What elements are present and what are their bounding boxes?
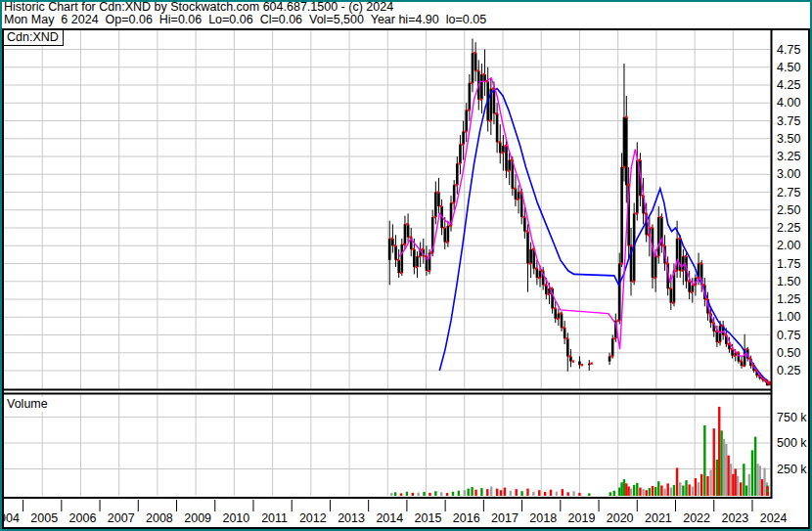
candle-body (508, 160, 511, 171)
candle-body (472, 53, 474, 83)
year-tick-label: 2004 (2, 511, 23, 525)
close-dot (691, 291, 693, 293)
close-dot (699, 262, 701, 264)
volume-bar (400, 493, 402, 496)
volume-bar (666, 483, 668, 496)
close-dot (628, 184, 630, 186)
volume-bar (618, 488, 620, 496)
volume-bar (620, 482, 622, 496)
close-dot (400, 272, 402, 274)
close-dot (651, 227, 653, 229)
price-tick-label: 4.50 (777, 61, 800, 74)
price-tick-label: 0.75 (777, 329, 800, 342)
close-dot (755, 370, 757, 372)
candle-body (566, 338, 569, 356)
candle-body (462, 131, 465, 144)
year-tick-label: 2014 (373, 511, 406, 525)
close-dot (551, 288, 553, 289)
close-dot (694, 284, 696, 286)
year-tick-label: 2023 (718, 511, 751, 525)
close-dot (728, 343, 730, 345)
price-tick-label: 1.50 (777, 275, 800, 288)
candle-body (657, 217, 660, 256)
close-dot (440, 205, 442, 207)
volume-bar (609, 492, 611, 496)
volume-bar (642, 489, 644, 496)
close-dot (645, 212, 647, 214)
volume-bar (673, 485, 675, 496)
price-tick-label: 2.25 (777, 221, 800, 235)
volume-bar (464, 490, 466, 496)
candle-body (469, 83, 472, 111)
close-dot (394, 244, 396, 246)
volume-bar (725, 444, 727, 496)
year-tick-label: 2009 (181, 511, 214, 525)
close-dot (656, 255, 658, 257)
close-dot (632, 281, 634, 283)
volume-bar (532, 492, 534, 496)
close-dot (718, 341, 720, 343)
volume-bar (394, 492, 396, 496)
candle-body (437, 193, 440, 207)
volume-bar (630, 489, 632, 496)
volume-bar (652, 486, 654, 496)
volume-bar (660, 485, 662, 496)
volume-bar (636, 483, 638, 496)
volume-bar (625, 483, 627, 496)
close-dot (428, 270, 429, 272)
volume-bar (695, 478, 697, 496)
candle-body (459, 145, 462, 164)
price-tick-label: 3.25 (777, 150, 800, 163)
close-dot (663, 244, 665, 246)
candle-body (413, 249, 416, 267)
close-dot (532, 248, 534, 250)
close-dot (724, 333, 726, 335)
volume-bar (406, 492, 408, 496)
volume-bar (713, 428, 715, 496)
close-dot (522, 216, 524, 218)
year-tick-label: 2017 (488, 511, 521, 525)
price-tick-label: 4.00 (777, 96, 800, 110)
close-dot (422, 248, 424, 250)
year-tick-label: 2005 (27, 511, 61, 525)
year-tick-label: 2020 (604, 511, 637, 525)
close-dot (548, 293, 550, 295)
volume-bar (706, 476, 708, 496)
close-dot (486, 80, 488, 82)
volume-bar (412, 493, 414, 496)
close-dot (648, 234, 650, 236)
close-dot (425, 255, 427, 257)
year-tick-label: 2024 (757, 511, 790, 525)
close-dot (514, 188, 516, 190)
close-dot (581, 364, 583, 366)
candle-body (716, 332, 719, 342)
close-dot (430, 251, 432, 253)
year-tick-label: 2008 (143, 511, 176, 525)
volume-bar (740, 482, 742, 496)
volume-bar (556, 492, 558, 496)
volume-bar (720, 430, 722, 496)
candle-body (496, 113, 499, 142)
volume-bar (654, 487, 656, 496)
candle-body (578, 362, 581, 366)
price-tick-label: 0.25 (777, 364, 800, 377)
volume-bar (756, 464, 758, 496)
volume-bar (550, 490, 552, 496)
volume-bar (763, 467, 765, 496)
price-tick-label: 4.75 (777, 43, 800, 57)
volume-bar (526, 489, 528, 496)
volume-bar (663, 489, 665, 496)
close-dot (541, 270, 543, 272)
close-dot (752, 365, 754, 367)
price-tick-label: 3.00 (777, 167, 800, 181)
volume-bar (727, 456, 729, 496)
close-dot (468, 109, 470, 111)
year-tick-label: 2011 (258, 511, 292, 525)
volume-bar (452, 492, 454, 496)
candle-body (588, 364, 591, 366)
close-dot (659, 216, 661, 218)
close-dot (511, 158, 513, 160)
price-tick-label: 1.75 (777, 257, 800, 271)
volume-bar (562, 489, 564, 496)
close-dot (452, 201, 454, 203)
